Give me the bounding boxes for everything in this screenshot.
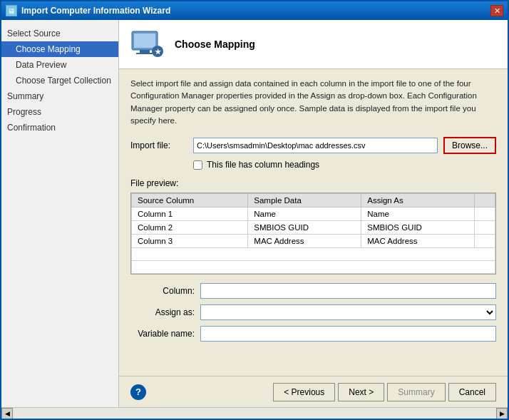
column-input[interactable]	[200, 283, 496, 299]
column-field-row: Column:	[130, 283, 496, 299]
help-icon[interactable]: ?	[130, 384, 146, 400]
row3-extra	[475, 235, 495, 248]
footer: ? < Previous Next > Summary Cancel	[119, 376, 508, 407]
sidebar-item-confirmation[interactable]: Confirmation	[1, 120, 118, 135]
close-button[interactable]: ✕	[490, 5, 503, 16]
variable-name-field-row: Variable name:	[130, 326, 496, 342]
svg-rect-2	[140, 50, 150, 53]
row1-extra	[475, 208, 495, 221]
row3-source: Column 3	[132, 235, 248, 248]
row1-source: Column 1	[132, 208, 248, 221]
next-button[interactable]: Next >	[338, 383, 384, 401]
header-panel: ★ Choose Mapping	[119, 20, 508, 69]
panel-body: Select import file and assign data conta…	[119, 69, 508, 376]
col-header-sample: Sample Data	[248, 194, 361, 208]
sidebar-item-choose-mapping[interactable]: Choose Mapping	[1, 41, 118, 57]
variable-name-label: Variable name:	[130, 329, 195, 339]
row1-assign: Name	[361, 208, 475, 221]
col-header-extra	[475, 194, 495, 208]
col-header-source: Source Column	[132, 194, 248, 208]
import-file-input[interactable]	[193, 138, 438, 153]
import-file-row: Import file: Browse...	[130, 137, 496, 154]
sidebar-item-choose-target[interactable]: Choose Target Collection	[1, 73, 118, 88]
assign-as-field-row: Assign as: Name SMBIOS GUID MAC Address	[130, 304, 496, 320]
header-title: Choose Mapping	[175, 39, 255, 50]
content-area: Select Source Choose Mapping Data Previe…	[1, 20, 508, 407]
row2-extra	[475, 221, 495, 235]
scroll-track[interactable]	[13, 408, 496, 419]
bottom-scrollbar: ◀ ▶	[1, 407, 508, 419]
assign-as-label: Assign as:	[130, 307, 195, 317]
main-panel: ★ Choose Mapping Select import file and …	[119, 20, 508, 407]
wizard-window: 🖥 Import Computer Information Wizard ✕ S…	[0, 0, 509, 420]
footer-left: ?	[130, 384, 146, 400]
title-bar: 🖥 Import Computer Information Wizard ✕	[1, 1, 508, 20]
summary-button[interactable]: Summary	[387, 383, 445, 401]
file-preview-label: File preview:	[130, 178, 496, 188]
browse-button[interactable]: Browse...	[443, 137, 496, 154]
variable-name-input[interactable]	[200, 326, 496, 342]
title-bar-left: 🖥 Import Computer Information Wizard	[6, 5, 170, 16]
table-row-empty2	[132, 261, 495, 274]
cancel-button[interactable]: Cancel	[448, 383, 496, 401]
scroll-left-button[interactable]: ◀	[1, 408, 13, 419]
preview-table-wrapper: Source Column Sample Data Assign As Colu…	[130, 193, 496, 275]
table-row-empty1	[132, 248, 495, 261]
previous-button[interactable]: < Previous	[273, 383, 335, 401]
col-header-assign: Assign As	[361, 194, 475, 208]
table-row[interactable]: Column 3 MAC Address MAC Address	[132, 235, 495, 248]
svg-text:★: ★	[155, 48, 162, 56]
checkbox-row: This file has column headings	[193, 160, 496, 170]
description-text: Select import file and assign data conta…	[130, 78, 496, 127]
svg-rect-1	[134, 34, 155, 48]
column-label: Column:	[130, 286, 195, 296]
bottom-fields: Column: Assign as: Name SMBIOS GUID MAC …	[130, 283, 496, 342]
header-icon: ★	[130, 27, 165, 61]
row1-sample: Name	[248, 208, 361, 221]
footer-buttons: < Previous Next > Summary Cancel	[273, 383, 496, 401]
column-headings-checkbox[interactable]	[193, 160, 202, 170]
row3-assign: MAC Address	[361, 235, 475, 248]
row2-source: Column 2	[132, 221, 248, 235]
row2-sample: SMBIOS GUID	[248, 221, 361, 235]
row2-assign: SMBIOS GUID	[361, 221, 475, 235]
sidebar: Select Source Choose Mapping Data Previe…	[1, 20, 119, 407]
sidebar-item-summary[interactable]: Summary	[1, 88, 118, 104]
row3-sample: MAC Address	[248, 235, 361, 248]
title-text: Import Computer Information Wizard	[21, 6, 170, 16]
sidebar-item-data-preview[interactable]: Data Preview	[1, 57, 118, 73]
import-file-label: Import file:	[130, 140, 187, 150]
table-row[interactable]: Column 1 Name Name	[132, 208, 495, 221]
sidebar-item-progress[interactable]: Progress	[1, 104, 118, 120]
scroll-right-button[interactable]: ▶	[496, 408, 508, 419]
table-header-row: Source Column Sample Data Assign As	[132, 194, 495, 208]
preview-table: Source Column Sample Data Assign As Colu…	[131, 193, 495, 274]
sidebar-item-select-source[interactable]: Select Source	[1, 26, 118, 41]
wizard-icon: 🖥	[6, 5, 17, 16]
assign-as-select[interactable]: Name SMBIOS GUID MAC Address	[200, 304, 496, 320]
svg-rect-3	[136, 53, 153, 54]
table-row[interactable]: Column 2 SMBIOS GUID SMBIOS GUID	[132, 221, 495, 235]
checkbox-label: This file has column headings	[207, 160, 319, 170]
